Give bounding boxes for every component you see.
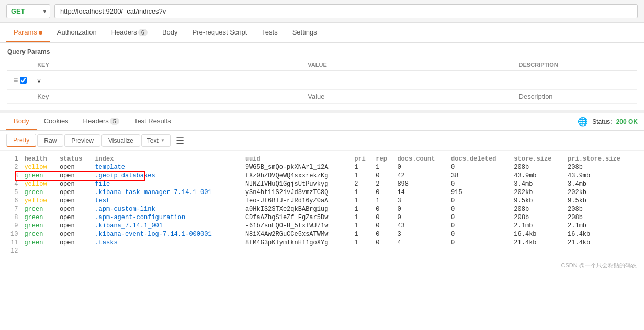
tab-response-headers[interactable]: Headers5 [76, 113, 127, 130]
response-tabs-left: Body Cookies Headers5 Test Results [6, 113, 178, 130]
table-row: 3greenopen.geoip_databasesfXz0hZOVQeWQ4s… [7, 172, 637, 180]
request-tabs-bar: Params Authorization Headers6 Body Pre-r… [0, 23, 644, 43]
wrap-icon[interactable]: ☰ [176, 135, 184, 146]
row-checkbox[interactable] [20, 77, 27, 84]
table-row: 1healthstatusindexuuidprirepdocs.countdo… [7, 155, 637, 163]
query-params-title: Query Params [7, 48, 637, 55]
status-area: 🌐 Status: 200 OK [578, 117, 638, 127]
param-value-input[interactable] [308, 76, 510, 84]
response-table: 1healthstatusindexuuidprirepdocs.countdo… [7, 155, 637, 255]
key-column-header: KEY [33, 60, 303, 71]
table-row: 2yellowopentemplate9WG5B_smQo-pkXNArl_12… [7, 163, 637, 172]
tab-tests[interactable]: Tests [254, 23, 285, 42]
table-row: 5greenopen.kibana_task_manager_7.14.1_00… [7, 188, 637, 197]
headers-badge: 6 [138, 29, 148, 36]
table-row: ≡ [7, 71, 637, 90]
response-headers-badge: 5 [110, 118, 119, 125]
query-params-section: Query Params KEY VALUE DESCRIPTION ≡ [0, 43, 644, 104]
row-menu-icon: ≡ [14, 76, 18, 84]
table-row: 6yellowopentestleo-Jf6BTJ-rJRd16yZ0aA113… [7, 197, 637, 205]
method-wrapper: GET POST PUT DELETE [6, 4, 50, 18]
format-bar: Pretty Raw Preview Visualize Text ☰ [0, 131, 644, 151]
table-row-empty [7, 90, 637, 104]
status-label: Status: [592, 118, 612, 126]
format-pretty-btn[interactable]: Pretty [6, 134, 36, 147]
param-value-placeholder[interactable] [308, 93, 510, 100]
text-format-dropdown[interactable]: Text [141, 134, 171, 147]
tab-test-results[interactable]: Test Results [127, 113, 178, 130]
param-desc-placeholder[interactable] [519, 93, 632, 100]
param-desc-input[interactable] [519, 76, 632, 84]
table-row: 11greenopen.tasks8fM4G3pKTymTknHf1goXYg1… [7, 238, 637, 247]
param-key-input[interactable] [37, 76, 299, 84]
tab-prerequest[interactable]: Pre-request Script [185, 23, 255, 42]
status-value: 200 OK [616, 118, 638, 126]
tab-params[interactable]: Params [6, 23, 50, 42]
url-input[interactable] [54, 4, 638, 18]
params-table: KEY VALUE DESCRIPTION ≡ [7, 60, 637, 104]
tab-body[interactable]: Body [155, 23, 185, 42]
format-preview-btn[interactable]: Preview [64, 134, 100, 147]
table-row: 8greenopen.apm-agent-configurationCDfaAZ… [7, 213, 637, 222]
method-select[interactable]: GET POST PUT DELETE [6, 4, 50, 18]
table-row: 12 [7, 247, 637, 255]
tab-response-body[interactable]: Body [6, 113, 37, 130]
tab-response-cookies[interactable]: Cookies [37, 113, 76, 130]
watermark: CSDN @一个只会粘贴的码农 [0, 259, 644, 271]
params-dot [39, 31, 42, 35]
value-column-header: VALUE [303, 60, 514, 71]
param-key-placeholder[interactable] [37, 93, 299, 100]
tab-authorization[interactable]: Authorization [50, 23, 104, 42]
tab-settings[interactable]: Settings [285, 23, 324, 42]
table-row: 7greenopen.apm-custom-linka0HkIS2STXe2qk… [7, 205, 637, 213]
row-controls: ≡ [12, 73, 29, 87]
top-bar: GET POST PUT DELETE [0, 0, 644, 23]
format-raw-btn[interactable]: Raw [37, 134, 63, 147]
table-row: 10greenopen.kibana-event-log-7.14.1-0000… [7, 230, 637, 238]
tab-headers[interactable]: Headers6 [104, 23, 155, 42]
table-row: 9greenopen.kibana_7.14.1_001-61bZsnEQO-H… [7, 222, 637, 230]
response-content: 1healthstatusindexuuidprirepdocs.countdo… [0, 151, 644, 259]
globe-icon: 🌐 [578, 117, 588, 127]
description-column-header: DESCRIPTION [515, 60, 637, 71]
response-wrapper: 1healthstatusindexuuidprirepdocs.countdo… [0, 151, 644, 259]
format-visualize-btn[interactable]: Visualize [101, 134, 140, 147]
response-tabs-bar: Body Cookies Headers5 Test Results 🌐 Sta… [0, 113, 644, 131]
table-row: 4yellowopenfileNINZIVHuQ1GgjsUtPuvkyg228… [7, 180, 637, 188]
